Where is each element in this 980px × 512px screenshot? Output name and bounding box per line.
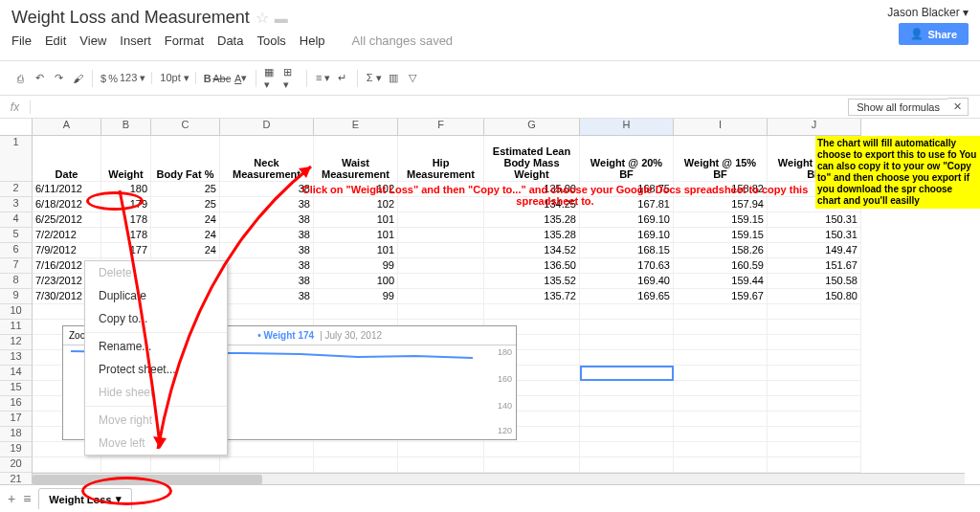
cell[interactable]: 158.26	[674, 243, 768, 258]
cell[interactable]	[314, 304, 398, 320]
cell[interactable]: 25	[151, 182, 220, 197]
cell[interactable]: 101	[314, 243, 398, 258]
col-header-B[interactable]: B	[101, 119, 151, 136]
cell[interactable]	[398, 228, 484, 243]
wrap-icon[interactable]: ↵	[334, 70, 351, 87]
cell[interactable]	[674, 457, 768, 473]
cell[interactable]: 99	[314, 258, 398, 274]
bold-btn[interactable]: B	[204, 73, 212, 84]
percent-btn[interactable]: %	[108, 73, 118, 84]
cell[interactable]: 24	[151, 212, 220, 228]
cell[interactable]	[768, 320, 861, 335]
cell[interactable]: 178	[101, 212, 151, 228]
cell[interactable]	[674, 320, 768, 335]
cell[interactable]	[674, 366, 768, 381]
ctx-copy-to[interactable]: Copy to...	[85, 307, 227, 330]
currency-btn[interactable]: $	[100, 73, 106, 84]
cell[interactable]: 101	[314, 212, 398, 228]
row-header-2[interactable]: 2	[0, 182, 33, 197]
cell[interactable]: 149.47	[768, 243, 861, 258]
col-header-F[interactable]: F	[398, 119, 484, 136]
cell[interactable]	[768, 304, 861, 320]
col-header-H[interactable]: H	[580, 119, 674, 136]
cell[interactable]: 6/18/2012	[33, 197, 101, 212]
row-header-16[interactable]: 16	[0, 396, 33, 412]
border-icon[interactable]: ⊞ ▾	[283, 70, 301, 87]
row-header-8[interactable]: 8	[0, 274, 33, 289]
cell[interactable]	[768, 381, 861, 396]
row-header-13[interactable]: 13	[0, 350, 33, 366]
cell[interactable]	[220, 457, 314, 473]
row-header-6[interactable]: 6	[0, 243, 33, 258]
cell[interactable]: 6/25/2012	[33, 212, 101, 228]
menu-file[interactable]: File	[11, 33, 32, 48]
add-sheet-icon[interactable]: +	[8, 491, 15, 506]
cell[interactable]	[674, 335, 768, 350]
horizontal-scrollbar[interactable]	[33, 473, 965, 484]
cell[interactable]	[484, 304, 580, 320]
row-header-14[interactable]: 14	[0, 366, 33, 381]
sheet-tab-weight-loss[interactable]: Weight Loss ▾	[38, 488, 131, 509]
cell[interactable]: 169.65	[580, 289, 674, 304]
cell[interactable]: 168.15	[580, 243, 674, 258]
print-icon[interactable]: ⎙	[11, 70, 29, 87]
cell[interactable]	[580, 366, 674, 381]
cell[interactable]: 169.10	[580, 212, 674, 228]
cell[interactable]: Neck Measurement	[220, 136, 314, 182]
cell[interactable]: Body Fat %	[151, 136, 220, 182]
menu-insert[interactable]: Insert	[120, 33, 151, 48]
align-icon[interactable]: ≡ ▾	[315, 70, 332, 87]
cell[interactable]	[580, 427, 674, 442]
chart-icon[interactable]: ▥	[385, 70, 402, 87]
row-header-10[interactable]: 10	[0, 304, 33, 320]
cell[interactable]: 136.50	[484, 258, 580, 274]
menu-edit[interactable]: Edit	[45, 33, 66, 48]
cell[interactable]	[398, 274, 484, 289]
cell[interactable]: 159.44	[674, 274, 768, 289]
cell[interactable]: 150.31	[768, 212, 861, 228]
cell[interactable]: Weight	[101, 136, 151, 182]
cell[interactable]: 38	[220, 228, 314, 243]
cell[interactable]	[101, 457, 151, 473]
cell[interactable]: 24	[151, 243, 220, 258]
cell[interactable]	[768, 396, 861, 412]
row-header-17[interactable]: 17	[0, 412, 33, 427]
folder-icon[interactable]: ▬	[275, 11, 288, 26]
paint-icon[interactable]: 🖌	[69, 70, 86, 87]
cell[interactable]	[33, 457, 101, 473]
cell[interactable]	[768, 335, 861, 350]
row-header-19[interactable]: 19	[0, 442, 33, 457]
cell[interactable]	[768, 427, 861, 442]
cell[interactable]: 180	[101, 182, 151, 197]
cell[interactable]	[580, 396, 674, 412]
cell[interactable]: 151.67	[768, 258, 861, 274]
cell[interactable]	[580, 320, 674, 335]
font-size[interactable]: 10pt ▾	[160, 72, 189, 84]
row-header-12[interactable]: 12	[0, 335, 33, 350]
cell[interactable]	[220, 442, 314, 457]
row-header-20[interactable]: 20	[0, 457, 33, 473]
col-header-C[interactable]: C	[151, 119, 220, 136]
close-formulas-btn[interactable]: ✕	[947, 98, 969, 116]
cell[interactable]	[580, 457, 674, 473]
cell[interactable]	[674, 381, 768, 396]
cell[interactable]	[314, 442, 398, 457]
cell[interactable]	[674, 350, 768, 366]
cell[interactable]: 135.72	[484, 289, 580, 304]
cell[interactable]: 38	[220, 289, 314, 304]
menu-help[interactable]: Help	[300, 33, 325, 48]
cell[interactable]	[768, 442, 861, 457]
cell[interactable]: 38	[220, 243, 314, 258]
row-header-9[interactable]: 9	[0, 289, 33, 304]
ctx-protect[interactable]: Protect sheet...	[85, 358, 227, 381]
fill-icon[interactable]: ▦ ▾	[264, 70, 281, 87]
cell[interactable]: 150.58	[768, 274, 861, 289]
scrollbar-thumb[interactable]	[33, 475, 262, 484]
cell[interactable]	[768, 457, 861, 473]
cell[interactable]	[768, 366, 861, 381]
cell[interactable]: Waist Measurement	[314, 136, 398, 182]
cell[interactable]	[674, 427, 768, 442]
cell[interactable]	[484, 457, 580, 473]
cell[interactable]	[674, 396, 768, 412]
user-name[interactable]: Jason Blacker ▾	[887, 6, 969, 19]
